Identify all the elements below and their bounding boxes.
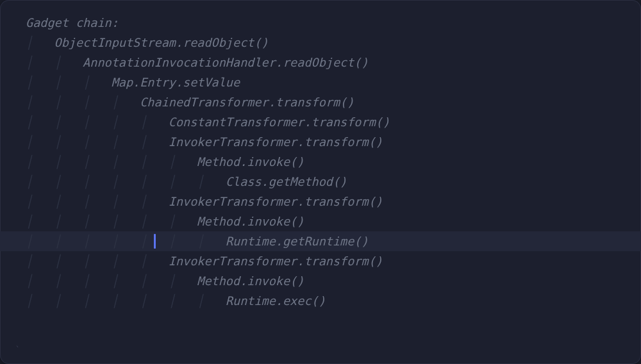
code-text: ConstantTransformer.transform() — [169, 112, 390, 132]
code-text: InvokerTransformer.transform() — [169, 251, 383, 271]
indent-guide: │ │ │ │ │ │ │ — [26, 172, 226, 192]
indent-guide: │ │ │ │ │ — [26, 192, 169, 211]
code-text: AnnotationInvocationHandler.readObject() — [83, 53, 369, 72]
code-line[interactable]: │ │ │ │ │ InvokerTransformer.transform() — [0, 192, 641, 211]
indent-guide: │ │ │ │ │ │ — [26, 271, 197, 291]
code-line[interactable]: │ │ │ │ │ │ │ Runtime.getRuntime() — [0, 231, 641, 251]
text-cursor — [154, 234, 156, 249]
code-text: InvokerTransformer.transform() — [169, 192, 383, 211]
code-text: Method.invoke() — [197, 271, 304, 291]
code-line[interactable]: │ │ │ │ │ │ Method.invoke() — [0, 211, 641, 231]
code-line[interactable]: │ │ │ │ ChainedTransformer.transform() — [0, 92, 641, 112]
indent-guide: │ — [26, 33, 54, 53]
code-text: Class.getMethod() — [226, 172, 347, 192]
code-line[interactable]: Gadget chain: — [0, 13, 641, 33]
code-text: Runtime.exec() — [226, 291, 326, 311]
bottom-mark: ` — [15, 340, 20, 360]
indent-guide: │ │ │ │ │ — [26, 251, 169, 271]
code-text: Method.invoke() — [197, 152, 304, 172]
code-text: Method.invoke() — [197, 211, 304, 231]
indent-guide: │ │ │ │ │ │ — [26, 211, 197, 231]
indent-guide: │ │ │ │ — [26, 92, 140, 112]
indent-guide: │ │ │ │ │ │ │ — [26, 291, 226, 311]
code-line[interactable]: │ │ │ │ │ │ │ Class.getMethod() — [0, 172, 641, 192]
code-text: Gadget chain: — [26, 13, 119, 33]
code-editor[interactable]: Gadget chain:│ ObjectInputStream.readObj… — [0, 0, 641, 364]
code-text: Map.Entry.setValue — [112, 72, 240, 92]
indent-guide: │ │ │ │ │ │ — [26, 152, 197, 172]
indent-guide: │ │ │ │ │ │ │ — [26, 231, 226, 251]
indent-guide: │ │ │ │ │ — [26, 112, 169, 132]
code-text: Runtime.getRuntime() — [226, 231, 369, 251]
code-line[interactable]: │ │ │ │ │ InvokerTransformer.transform() — [0, 132, 641, 152]
code-line[interactable]: │ │ │ │ │ │ Method.invoke() — [0, 271, 641, 291]
code-text: ChainedTransformer.transform() — [140, 92, 354, 112]
code-line[interactable]: │ │ │ Map.Entry.setValue — [0, 72, 641, 92]
indent-guide: │ │ │ │ │ — [26, 132, 169, 152]
indent-guide: │ │ — [26, 53, 83, 72]
code-line[interactable]: │ │ │ │ │ InvokerTransformer.transform() — [0, 251, 641, 271]
code-line[interactable]: │ │ AnnotationInvocationHandler.readObje… — [0, 53, 641, 72]
indent-guide: │ │ │ — [26, 72, 112, 92]
code-line[interactable]: │ │ │ │ │ │ Method.invoke() — [0, 152, 641, 172]
code-line[interactable]: │ │ │ │ │ ConstantTransformer.transform(… — [0, 112, 641, 132]
code-text: ObjectInputStream.readObject() — [54, 33, 269, 53]
code-line[interactable]: │ │ │ │ │ │ │ Runtime.exec() — [0, 291, 641, 311]
code-text: InvokerTransformer.transform() — [169, 132, 383, 152]
code-line[interactable]: │ ObjectInputStream.readObject() — [0, 33, 641, 53]
